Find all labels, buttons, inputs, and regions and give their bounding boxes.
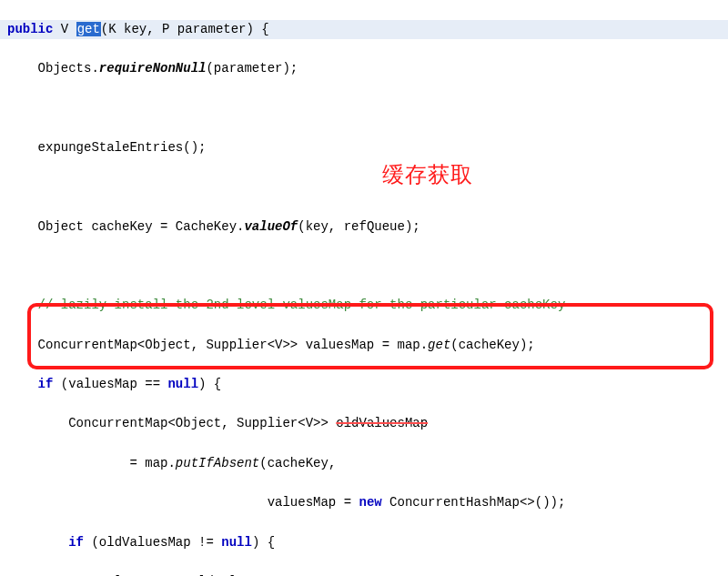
code-line: Object cacheKey = CacheKey.valueOf(key, … xyxy=(0,217,728,237)
method-signature: public V get(K key, P parameter) { xyxy=(0,20,728,40)
struck-text: oldValuesMap xyxy=(336,416,428,430)
method-name-highlight[interactable]: get xyxy=(76,22,101,36)
return-type: V xyxy=(61,22,68,36)
comment-line: // lazily install the 2nd level valuesMa… xyxy=(0,296,728,316)
params: (K key, P parameter) { xyxy=(101,22,269,36)
blank-line xyxy=(0,177,728,197)
code-line: if (oldValuesMap != null) { xyxy=(0,533,728,553)
code-line: valuesMap = new ConcurrentHashMap<>()); xyxy=(0,493,728,513)
code-line: Objects.requireNonNull(parameter); xyxy=(0,59,728,79)
blank-line xyxy=(0,98,728,118)
code-line: valuesMap = oldValuesMap; xyxy=(0,572,728,576)
blank-line xyxy=(0,257,728,277)
code-line: = map.putIfAbsent(cacheKey, xyxy=(0,454,728,474)
code-line: if (valuesMap == null) { xyxy=(0,375,728,395)
code-line: expungeStaleEntries(); xyxy=(0,138,728,158)
code-block: public V get(K key, P parameter) { Objec… xyxy=(0,0,728,576)
code-line: ConcurrentMap<Object, Supplier<V>> value… xyxy=(0,336,728,356)
code-line: ConcurrentMap<Object, Supplier<V>> oldVa… xyxy=(0,414,728,434)
kw-public: public xyxy=(7,22,53,36)
